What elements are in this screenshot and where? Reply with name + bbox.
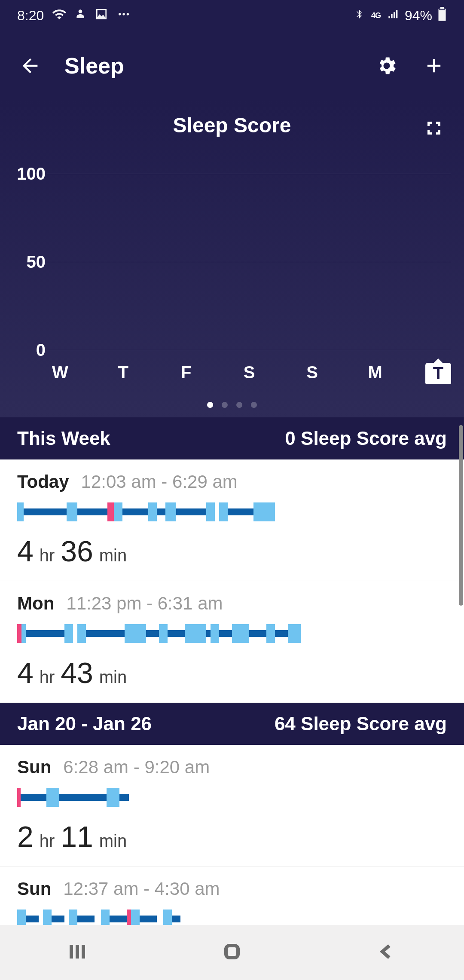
svg-point-1 <box>123 13 125 15</box>
svg-rect-6 <box>226 946 238 958</box>
entry-time-range: 12:03 am - 6:29 am <box>81 472 238 492</box>
scroll-thumb[interactable] <box>459 425 463 606</box>
stage-segment <box>172 916 180 922</box>
signal-icon <box>388 7 400 24</box>
stage-segment <box>107 788 119 807</box>
expand-button[interactable] <box>421 115 447 141</box>
home-button[interactable] <box>222 941 242 964</box>
sleep-score-chart[interactable]: Sleep Score 100500 WTFSSMT <box>0 101 464 417</box>
stage-segment <box>24 508 67 515</box>
status-bar: 8:20 4G 94% <box>0 0 464 31</box>
week-score: 64 Sleep Score avg <box>275 713 447 735</box>
page-dot[interactable] <box>207 402 213 408</box>
chart-axes: 100500 <box>13 174 451 350</box>
week-label: Jan 20 - Jan 26 <box>17 713 152 735</box>
sleep-stage-bar <box>17 502 447 521</box>
stage-segment <box>21 794 46 801</box>
chart-x-label: M <box>362 363 388 384</box>
status-time: 8:20 <box>17 8 44 24</box>
app-bar: Sleep <box>0 31 464 101</box>
week-score: 0 Sleep Score avg <box>285 428 447 449</box>
stage-segment <box>46 788 59 807</box>
entry-time-range: 6:28 am - 9:20 am <box>63 757 210 778</box>
chart-x-label: F <box>173 363 199 384</box>
stage-segment <box>26 630 64 637</box>
battery-icon <box>437 7 447 24</box>
svg-rect-5 <box>439 9 445 10</box>
stage-segment <box>219 630 232 637</box>
week-header: This Week0 Sleep Score avg <box>0 417 464 459</box>
svg-point-0 <box>119 13 121 15</box>
status-left: 8:20 <box>17 7 131 24</box>
chart-x-labels: WTFSSMT <box>47 363 451 384</box>
stage-segment <box>249 630 266 637</box>
week-label: This Week <box>17 428 110 449</box>
chart-gridline <box>47 350 451 350</box>
stage-segment <box>253 502 275 521</box>
page-indicator[interactable] <box>0 402 464 408</box>
stage-segment <box>140 916 157 922</box>
chart-x-label: S <box>299 363 325 384</box>
add-button[interactable] <box>421 53 447 79</box>
settings-button[interactable] <box>374 53 400 79</box>
chart-gridline <box>47 174 451 174</box>
stage-segment <box>17 502 24 521</box>
sleep-entry[interactable]: Today12:03 am - 6:29 am4 hr 36 min <box>0 459 464 581</box>
stage-segment <box>148 502 157 521</box>
chart-y-label: 0 <box>36 340 46 360</box>
stage-segment <box>86 630 125 637</box>
stage-segment <box>206 502 215 521</box>
chart-x-label: T <box>425 363 451 384</box>
stage-segment <box>211 624 219 643</box>
stage-segment <box>21 624 26 643</box>
chart-y-label: 100 <box>17 164 46 184</box>
chart-x-label: S <box>236 363 262 384</box>
recents-button[interactable] <box>67 941 88 964</box>
sleep-stage-bar <box>17 788 447 807</box>
sleep-entry[interactable]: Sun6:28 am - 9:20 am2 hr 11 min <box>0 745 464 867</box>
entry-day: Today <box>17 472 69 492</box>
entry-duration: 4 hr 43 min <box>17 656 447 689</box>
stage-segment <box>176 508 206 515</box>
page-dot[interactable] <box>236 402 242 408</box>
stage-segment <box>17 624 21 643</box>
week-header: Jan 20 - Jan 2664 Sleep Score avg <box>0 703 464 745</box>
bluetooth-icon <box>354 7 364 24</box>
user-icon <box>75 7 86 24</box>
entry-duration: 4 hr 36 min <box>17 534 447 568</box>
stage-segment <box>288 624 301 643</box>
stage-segment <box>114 502 122 521</box>
stage-segment <box>77 624 86 643</box>
stage-segment <box>232 624 249 643</box>
stage-segment <box>168 630 185 637</box>
entry-duration: 2 hr 11 min <box>17 820 447 853</box>
sleep-entry[interactable]: Mon11:23 pm - 6:31 am4 hr 43 min <box>0 581 464 703</box>
stage-segment <box>77 508 107 515</box>
back-button[interactable] <box>17 53 43 79</box>
stage-segment <box>52 916 64 922</box>
more-icon <box>117 7 131 24</box>
stage-segment <box>119 794 129 801</box>
stage-segment <box>77 916 95 922</box>
stage-segment <box>185 624 206 643</box>
stage-segment <box>59 794 107 801</box>
stage-segment <box>146 630 159 637</box>
status-right: 4G 94% <box>354 7 447 24</box>
stage-segment <box>275 630 288 637</box>
stage-segment <box>157 508 165 515</box>
wifi-icon <box>52 7 66 24</box>
stage-segment <box>125 624 146 643</box>
page-dot[interactable] <box>251 402 257 408</box>
stage-segment <box>228 508 253 515</box>
stage-segment <box>159 624 168 643</box>
stage-segment <box>165 502 176 521</box>
nav-back-button[interactable] <box>376 941 397 964</box>
entry-day: Sun <box>17 757 51 778</box>
entry-day: Mon <box>17 593 54 614</box>
network-label: 4G <box>371 11 381 20</box>
svg-point-2 <box>127 13 129 15</box>
stage-segment <box>122 508 148 515</box>
page-dot[interactable] <box>222 402 228 408</box>
stage-segment <box>17 788 21 807</box>
stage-segment <box>67 502 77 521</box>
